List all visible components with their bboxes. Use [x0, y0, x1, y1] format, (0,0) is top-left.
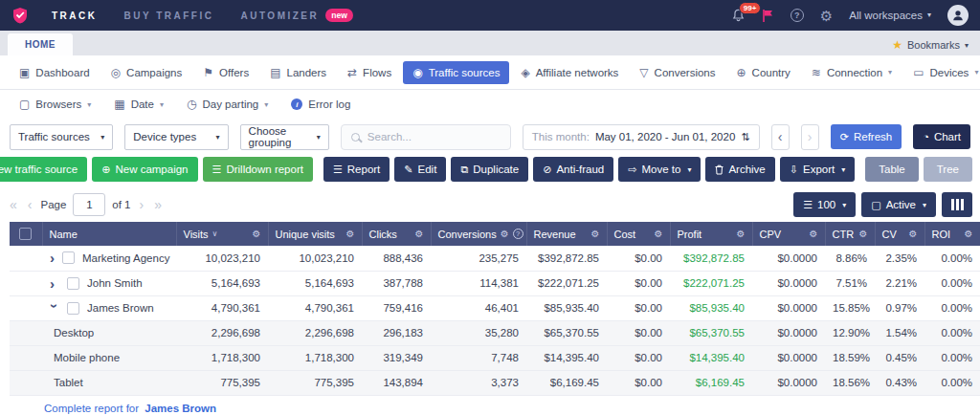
collapse-chevron-icon[interactable]: ›	[48, 303, 62, 313]
table-view-button[interactable]: Table	[865, 157, 919, 182]
nav-flows[interactable]: ⇄Flows	[338, 61, 401, 84]
move-to-button[interactable]: ⇨Move to▾	[618, 157, 701, 182]
col-cpv[interactable]: CPV⚙	[752, 222, 825, 246]
nav-devices[interactable]: ▭Devices▾	[903, 61, 980, 84]
nav-date[interactable]: ▦Date▾	[104, 93, 173, 116]
status-filter-button[interactable]: ▢Active▾	[861, 192, 936, 217]
milestones-flag-button[interactable]	[762, 9, 774, 23]
col-revenue[interactable]: Revenue⚙	[526, 222, 607, 246]
row-checkbox[interactable]	[62, 251, 75, 264]
table-row[interactable]: + ›Marketing Agency 10,023,210 10,023,21…	[10, 246, 980, 271]
edit-button[interactable]: ✎Edit	[394, 157, 446, 182]
nav-offers[interactable]: ⚑Offers	[193, 61, 258, 84]
gear-icon[interactable]: ⚙	[909, 229, 918, 239]
report-button[interactable]: ☰Report	[323, 157, 390, 182]
col-cost[interactable]: Cost⚙	[607, 222, 670, 246]
expand-chevron-icon[interactable]: ›	[50, 251, 55, 265]
anti-fraud-button[interactable]: ⊘Anti-fraud	[533, 157, 613, 182]
refresh-button[interactable]: ⟳Refresh	[831, 124, 902, 149]
device-types-select[interactable]: Device types▾	[124, 124, 228, 150]
conversions-cell: 7,748	[431, 345, 526, 370]
prev-page-button[interactable]: ‹	[26, 197, 34, 212]
gear-icon[interactable]: ⚙	[591, 229, 600, 239]
table-row-child[interactable]: + Desktop 2,296,698 2,296,698 296,183 35…	[10, 320, 980, 345]
col-visits[interactable]: Visits∨⚙	[176, 222, 268, 246]
col-name[interactable]: Name	[42, 222, 176, 246]
gear-icon[interactable]: ⚙	[501, 229, 509, 239]
nav-automizer[interactable]: AUTOMIZER new	[240, 9, 352, 22]
nav-label: Affiliate networks	[536, 67, 619, 78]
new-traffic-source-button[interactable]: ⊕New traffic source	[0, 157, 87, 182]
first-page-button[interactable]: «	[8, 197, 19, 212]
col-conversions[interactable]: Conversions⚙?	[431, 222, 526, 246]
bookmarks-button[interactable]: ★ Bookmarks ▾	[892, 39, 969, 55]
tab-home[interactable]: HOME	[8, 33, 73, 55]
nav-landers[interactable]: ▤Landers	[260, 61, 336, 84]
gear-icon[interactable]: ⚙	[655, 229, 663, 239]
gear-icon[interactable]: ⚙	[253, 229, 261, 239]
traffic-sources-select[interactable]: Traffic sources▾	[10, 124, 113, 150]
tree-view-button[interactable]: Tree	[924, 157, 972, 182]
last-page-button[interactable]: »	[152, 197, 164, 212]
page-size-button[interactable]: ☰100▾	[793, 192, 856, 217]
flows-icon: ⇄	[347, 67, 357, 78]
nav-connection[interactable]: ≋Connection▾	[802, 61, 902, 84]
col-unique-visits[interactable]: Unique visits⚙	[268, 222, 362, 246]
help-button[interactable]: ?	[791, 9, 804, 22]
next-period-button[interactable]: ›	[801, 124, 819, 150]
nav-browsers[interactable]: ▢Browsers▾	[10, 93, 100, 116]
nav-traffic-sources[interactable]: ◉Traffic sources	[403, 61, 509, 84]
nav-track[interactable]: TRACK	[52, 11, 98, 21]
nav-dashboard[interactable]: ▣Dashboard	[10, 61, 100, 84]
page-number-input[interactable]	[73, 193, 105, 216]
gear-icon[interactable]: ⚙	[810, 229, 818, 239]
nav-conversions[interactable]: ▽Conversions	[630, 61, 724, 84]
col-cv[interactable]: CV⚙	[875, 222, 924, 246]
button-label: New traffic source	[0, 164, 78, 175]
notifications-button[interactable]: 99+	[731, 8, 746, 23]
select-all-checkbox[interactable]	[19, 228, 32, 240]
drilldown-report-button[interactable]: ☰Drilldown report	[203, 157, 313, 182]
duplicate-button[interactable]: ⧉Duplicate	[451, 157, 528, 182]
nav-error-log[interactable]: iError log	[281, 93, 360, 116]
col-ctr[interactable]: CTR⚙	[825, 222, 875, 246]
col-profit[interactable]: Profit⚙	[670, 222, 752, 246]
next-page-button[interactable]: ›	[138, 197, 146, 212]
archive-button[interactable]: Archive	[705, 157, 774, 182]
row-checkbox[interactable]	[67, 302, 79, 315]
conversions-cell: 235,275	[431, 246, 526, 271]
col-roi[interactable]: ROI⚙	[924, 222, 980, 246]
gear-icon[interactable]: ⚙	[346, 229, 355, 239]
nav-country[interactable]: ⊕Country	[727, 61, 800, 84]
gear-icon[interactable]: ⚙	[965, 229, 973, 239]
prev-period-button[interactable]: ‹	[771, 124, 790, 150]
chart-button[interactable]: ◔Chart	[913, 124, 970, 149]
gear-icon[interactable]: ⚙	[415, 229, 424, 239]
new-campaign-button[interactable]: ⊕New campaign	[92, 157, 197, 182]
nav-affiliate-networks[interactable]: ◈Affiliate networks	[511, 61, 628, 84]
row-checkbox[interactable]	[67, 277, 79, 290]
workspaces-dropdown[interactable]: All workspaces ▾	[849, 10, 931, 21]
settings-gear-icon[interactable]: ⚙	[820, 9, 833, 23]
brand-logo-icon[interactable]	[11, 7, 29, 24]
avatar[interactable]	[947, 5, 969, 26]
table-row-child[interactable]: + Mobile phone 1,718,300 1,718,300 319,3…	[10, 345, 980, 370]
columns-settings-button[interactable]	[942, 192, 972, 217]
export-button[interactable]: ⇩Export▾	[780, 157, 855, 182]
nav-day-parting[interactable]: ◷Day parting▾	[177, 93, 278, 116]
expand-chevron-icon[interactable]: ›	[50, 276, 59, 291]
table-row[interactable]: + ›John Smith 5,164,693 5,164,693 387,78…	[10, 271, 980, 295]
col-clicks[interactable]: Clicks⚙	[362, 222, 431, 246]
grouping-select[interactable]: Choose grouping▾	[240, 124, 329, 150]
table-row[interactable]: + ›James Brown 4,790,361 4,790,361 759,4…	[10, 295, 980, 320]
gear-icon[interactable]: ⚙	[859, 229, 868, 239]
nav-campaigns[interactable]: ◎Campaigns	[101, 61, 192, 84]
date-range-picker[interactable]: This month: May 01, 2020 - Jun 01, 2020 …	[523, 124, 760, 150]
nav-buy-traffic[interactable]: BUY TRAFFIC	[124, 11, 214, 21]
user-icon	[951, 9, 965, 22]
table-row-child[interactable]: + Tablet 775,395 775,395 143,894 3,373 $…	[10, 370, 980, 395]
gear-icon[interactable]: ⚙	[737, 229, 746, 239]
search-input[interactable]	[368, 131, 501, 142]
help-circle-icon[interactable]: ?	[513, 229, 523, 239]
complete-report-link[interactable]: Complete report for James Brown	[0, 396, 980, 414]
